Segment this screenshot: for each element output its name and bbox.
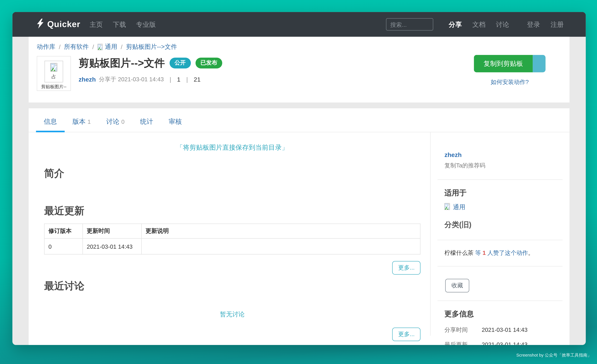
cell-update-time: 2021-03-01 14:43 <box>83 238 141 254</box>
category-heading: 分类(旧) <box>444 220 563 230</box>
nav-item-login[interactable]: 登录 <box>527 20 540 29</box>
recent-discussions-heading: 最近讨论 <box>44 279 420 293</box>
action-header: 占 剪贴板图片-- 剪贴板图片-->文件 公开 已发布 zhezh 分享于 <box>37 56 561 91</box>
nav-item-pro[interactable]: 专业版 <box>136 20 156 29</box>
col-header-revision: 修订版本 <box>44 224 83 239</box>
copy-to-clipboard-label[interactable]: 复制到剪贴板 <box>474 55 533 72</box>
applies-to-general-link[interactable]: 通用 <box>453 203 465 211</box>
copy-referral-code[interactable]: 复制Ta的推荐码 <box>444 162 563 169</box>
sidebar-author-link[interactable]: zhezh <box>444 152 462 158</box>
tab-bar: 信息 版本1 讨论0 统计 审核 <box>29 108 569 132</box>
nav-item-docs[interactable]: 文档 <box>472 20 486 29</box>
tab-review[interactable]: 审核 <box>161 117 190 132</box>
likes-period: 。 <box>528 249 534 256</box>
breadcrumb-separator: / <box>55 44 64 51</box>
author-link[interactable]: zhezh <box>79 76 96 83</box>
nav-auth-links: 登录 注册 <box>527 20 564 29</box>
info-label: 分享时间 <box>444 326 480 334</box>
browser-page: Quicker 主页 下载 专业版 分享 文档 讨论 登录 注册 动作库 / <box>12 12 586 345</box>
nav-item-share[interactable]: 分享 <box>449 20 462 29</box>
divider <box>437 179 563 180</box>
page: Quicker 主页 下载 专业版 分享 文档 讨论 登录 注册 动作库 / <box>0 0 597 364</box>
lightning-bolt-icon <box>37 19 44 30</box>
meta-separator: | <box>170 76 171 83</box>
action-thumbnail: 占 剪贴板图片-- <box>37 56 71 91</box>
broken-image-icon <box>444 203 450 212</box>
meta-separator: | <box>186 76 188 83</box>
nav-item-register[interactable]: 注册 <box>550 20 564 29</box>
info-value: 2021-03-01 14:43 <box>482 326 527 333</box>
nav-right-links: 分享 文档 讨论 <box>449 20 509 29</box>
use-count: 21 <box>194 76 201 83</box>
broken-image-icon <box>98 44 102 52</box>
action-description-quote: 「将剪贴板图片直接保存到当前目录」 <box>44 143 420 152</box>
favorite-button[interactable]: 收藏 <box>445 279 469 292</box>
like-count: 1 <box>483 249 486 256</box>
breadcrumb: 动作库 / 所有软件 / 通用 / 剪贴板图片-->文件 <box>37 43 561 51</box>
col-header-update-time: 更新时间 <box>83 224 141 239</box>
col-header-update-notes: 更新说明 <box>141 224 420 239</box>
tab-versions-count: 1 <box>87 118 91 125</box>
breadcrumb-all-software[interactable]: 所有软件 <box>64 43 89 51</box>
tab-discussions[interactable]: 讨论0 <box>98 117 132 132</box>
tab-discussions-count: 0 <box>121 118 125 125</box>
author-meta: zhezh 分享于 2021-03-01 14:43 | 1 | 21 <box>79 76 222 83</box>
info-value: 2021-03-01 14:43 <box>482 341 527 345</box>
thumbnail-image-placeholder: 占 <box>45 61 63 82</box>
more-updates-button[interactable]: 更多... <box>392 261 420 275</box>
nav-item-discuss[interactable]: 讨论 <box>496 20 509 29</box>
info-row-last-update: 最后更新 2021-03-01 14:43 <box>444 341 563 345</box>
info-row-shared-time: 分享时间 2021-03-01 14:43 <box>444 326 563 334</box>
how-to-install-link[interactable]: 如何安装动作? <box>474 79 545 86</box>
cell-update-notes <box>141 238 420 254</box>
screenshot-watermark: Screenshot by 公众号「效率工具指南」 <box>516 352 592 358</box>
search-input[interactable] <box>386 18 433 30</box>
content-card: 信息 版本1 讨论0 统计 审核 「将剪贴板图片直接保存到当前目录」 简介 最近… <box>29 108 569 345</box>
table-row: 0 2021-03-01 14:43 <box>44 238 420 254</box>
recent-updates-heading: 最近更新 <box>44 204 420 218</box>
status-badge-public: 公开 <box>169 58 191 68</box>
likes-line: 柠檬什么茶 等 1 人赞了这个动作。 <box>444 249 563 257</box>
likes-link[interactable]: 等 1 人赞了这个动作 <box>475 249 528 256</box>
divider <box>437 240 563 240</box>
tab-info[interactable]: 信息 <box>36 117 65 132</box>
breadcrumb-separator: / <box>117 44 126 51</box>
copy-button-dropdown[interactable] <box>533 55 545 72</box>
updates-table: 修订版本 更新时间 更新说明 0 2021-03-01 14:43 <box>44 223 420 254</box>
breadcrumb-separator: / <box>89 44 98 51</box>
brand-name: Quicker <box>47 19 80 29</box>
nav-item-home[interactable]: 主页 <box>90 20 103 29</box>
tab-versions[interactable]: 版本1 <box>65 117 98 132</box>
version-count: 1 <box>177 76 181 83</box>
copy-to-clipboard-button[interactable]: 复制到剪贴板 <box>474 55 545 72</box>
more-discussions-button[interactable]: 更多... <box>392 327 420 341</box>
liker-name: 柠檬什么茶 <box>444 249 473 256</box>
page-title: 剪贴板图片-->文件 <box>79 56 165 70</box>
sidebar: zhezh 复制Ta的推荐码 适用于 通用 分类(旧) 柠檬什么茶 等 <box>430 132 569 336</box>
no-discussion-link[interactable]: 暂无讨论 <box>220 311 245 318</box>
breadcrumb-general[interactable]: 通用 <box>105 43 117 51</box>
brand[interactable]: Quicker <box>37 19 80 30</box>
shared-label: 分享于 <box>99 76 116 83</box>
tab-statistics[interactable]: 统计 <box>132 117 161 132</box>
status-badge-published: 已发布 <box>195 58 222 68</box>
divider <box>437 301 563 301</box>
applies-to-heading: 适用于 <box>444 188 563 198</box>
more-info-heading: 更多信息 <box>444 309 563 319</box>
thumbnail-label: 剪贴板图片-- <box>37 84 70 90</box>
broken-image-icon <box>50 63 57 73</box>
intro-heading: 简介 <box>44 167 420 180</box>
page-header: 动作库 / 所有软件 / 通用 / 剪贴板图片-->文件 占 <box>29 37 569 103</box>
breadcrumb-action-library[interactable]: 动作库 <box>37 43 55 51</box>
nav-links: 主页 下载 专业版 <box>90 20 156 29</box>
shared-time: 2021-03-01 14:43 <box>118 76 164 83</box>
updates-table-header-row: 修订版本 更新时间 更新说明 <box>44 224 420 239</box>
thumbnail-alt-text: 占 <box>51 74 56 80</box>
navbar: Quicker 主页 下载 专业版 分享 文档 讨论 登录 注册 <box>12 12 586 37</box>
main-content: 「将剪贴板图片直接保存到当前目录」 简介 最近更新 修订版本 更新时间 更新说明 <box>29 132 430 336</box>
info-label: 最后更新 <box>444 341 480 345</box>
cell-revision: 0 <box>44 238 83 254</box>
divider <box>437 266 563 266</box>
nav-item-download[interactable]: 下载 <box>113 20 126 29</box>
breadcrumb-current-action[interactable]: 剪贴板图片-->文件 <box>126 43 177 51</box>
